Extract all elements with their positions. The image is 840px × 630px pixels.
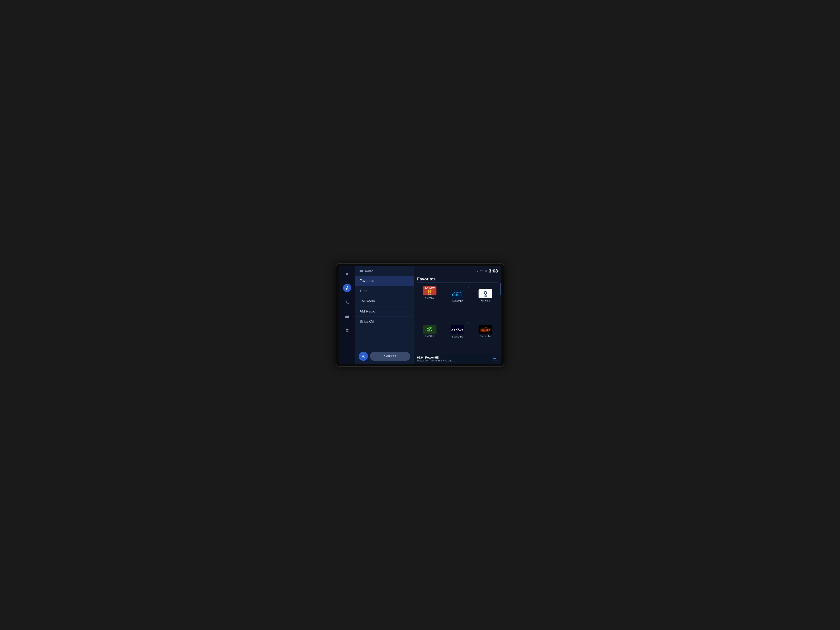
menu-item-label-fm-radio: FM Radio <box>360 299 375 303</box>
menu-item-label-am-radio: AM Radio <box>360 309 375 314</box>
menu-item-fm-radio[interactable]: FM Radio › <box>355 296 414 306</box>
hd-badge: HD <box>492 357 498 362</box>
groove-label: Subscribe <box>452 335 463 338</box>
favorite-item-chill[interactable]: + SiriusXM CHILL Subscribe <box>444 284 471 319</box>
favorites-grid: POWER 99 FM FM 98.9 + SiriusXM CHILL <box>414 284 501 354</box>
chill-label: Subscribe <box>452 300 463 303</box>
menu-items: Favorites Tune FM Radio › AM Radio › Sir… <box>355 276 414 349</box>
svg-rect-2 <box>360 271 361 271</box>
heat-label: Subscribe <box>480 335 491 338</box>
wifi-icon <box>480 270 483 273</box>
add-favorite-icon: + <box>467 286 469 289</box>
groove-logo: THE GROOVE <box>451 325 464 335</box>
menu-panel: Radio Favorites Tune FM Radio › AM Radio… <box>355 266 414 364</box>
chevron-right-icon: › <box>409 310 409 313</box>
sidebar-icon-music[interactable] <box>343 284 351 292</box>
status-bar: 3:08 <box>475 268 498 274</box>
sidebar <box>339 266 355 364</box>
menu-bottom: Sources <box>355 349 414 364</box>
add-favorite-icon: + <box>467 321 469 324</box>
menu-item-siriusxm[interactable]: SiriusXM › <box>355 317 414 327</box>
now-playing-info: 98.9 · Power-HD Power 99 · Philly's Hip-… <box>417 356 455 362</box>
favorites-divider <box>417 282 498 283</box>
heat-logo: the HEAT <box>478 325 492 334</box>
no-signal-icon <box>475 270 478 273</box>
chevron-right-icon: › <box>409 300 409 303</box>
content-panel: 3:08 Favorites POWER 99 FM <box>414 266 501 364</box>
sources-button-label: Sources <box>384 354 396 358</box>
menu-header: Radio <box>355 266 414 276</box>
now-playing-station: 98.9 · Power-HD <box>417 356 455 359</box>
now-playing-description: Power 99 · Philly's Hip-Hop and ... <box>417 359 455 362</box>
chevron-right-icon: › <box>409 320 409 323</box>
favorite-item-groove[interactable]: + THE GROOVE Subscribe <box>444 320 471 354</box>
menu-title: Radio <box>365 269 373 273</box>
q921-logo: Q 92.1 <box>478 289 492 298</box>
sidebar-icon-navigation[interactable] <box>343 270 351 278</box>
menu-item-am-radio[interactable]: AM Radio › <box>355 306 414 317</box>
favorite-item-q921[interactable]: Q 92.1 FM 92.1 <box>472 284 499 319</box>
wgts-logo: wgts 91.9 <box>423 325 436 334</box>
favorites-title: Favorites <box>414 275 501 282</box>
bluetooth-icon <box>485 269 487 273</box>
sidebar-icon-car[interactable] <box>343 312 351 321</box>
status-icons <box>475 269 487 273</box>
sources-button[interactable]: Sources <box>370 352 410 361</box>
chill-logo: SiriusXM CHILL <box>451 290 464 299</box>
favorite-item-wgts[interactable]: wgts 91.9 FM 91.9 <box>416 320 443 354</box>
favorite-item-heat[interactable]: the HEAT Subscribe <box>472 320 499 354</box>
time-display: 3:08 <box>489 268 498 274</box>
sidebar-icon-settings[interactable] <box>343 326 351 335</box>
menu-item-label-siriusxm: SiriusXM <box>360 320 374 324</box>
hd-icon: HD <box>492 357 498 360</box>
now-playing-bar: 98.9 · Power-HD Power 99 · Philly's Hip-… <box>414 354 501 364</box>
menu-item-label-tune: Tune <box>360 289 368 293</box>
favorite-item-power99[interactable]: POWER 99 FM FM 98.9 <box>416 284 443 319</box>
svg-point-1 <box>362 271 363 271</box>
menu-item-label-favorites: Favorites <box>360 279 374 283</box>
menu-item-favorites[interactable]: Favorites <box>355 276 414 286</box>
sidebar-icon-phone[interactable] <box>343 298 351 306</box>
menu-item-tune[interactable]: Tune <box>355 286 414 296</box>
scroll-indicator <box>501 283 501 295</box>
screen: Radio Favorites Tune FM Radio › AM Radio… <box>339 266 501 364</box>
q921-label: FM 92.1 <box>481 299 490 302</box>
power99-label: FM 98.9 <box>425 296 434 299</box>
search-button[interactable] <box>359 352 368 361</box>
power99-logo: POWER 99 FM <box>423 286 436 295</box>
car-frame: Radio Favorites Tune FM Radio › AM Radio… <box>336 263 504 367</box>
wgts-label: FM 91.9 <box>425 335 434 338</box>
content-header: 3:08 <box>414 266 501 275</box>
radio-icon <box>360 269 363 273</box>
svg-text:HD: HD <box>493 357 496 360</box>
